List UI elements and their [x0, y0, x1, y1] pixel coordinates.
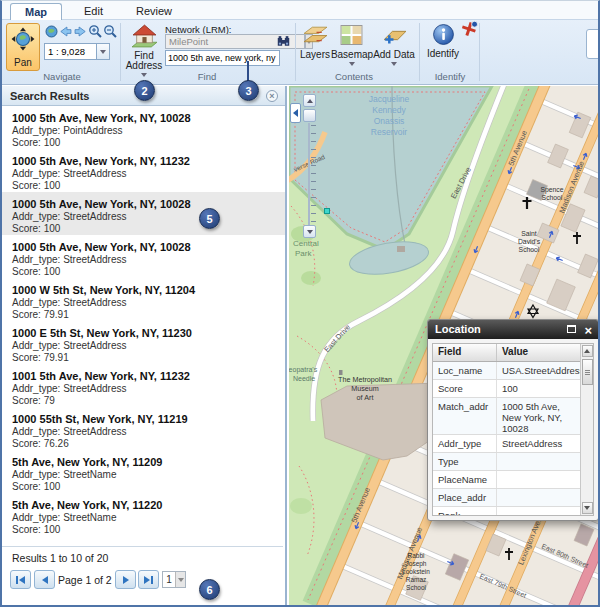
chevron-down-icon [391, 62, 397, 66]
map-label-rabbi-school: Ramaz [406, 576, 427, 583]
chevron-down-icon [141, 73, 147, 77]
search-result-item[interactable]: 1000 5th Ave, New York, NY, 10028 Addr_t… [2, 192, 285, 235]
result-addr-type: Addr_type: StreetAddress [12, 426, 275, 438]
map-label-rabbi-school: School [406, 584, 426, 591]
panel-collapse-button[interactable] [290, 103, 301, 123]
search-result-item[interactable]: 1000 5th Ave, New York, NY, 10028 Addr_t… [2, 235, 285, 278]
result-score: Score: 100 [12, 223, 275, 235]
popup-scrollbar[interactable] [580, 344, 593, 515]
search-result-item[interactable]: 1000 5th Ave, New York, NY, 10028 Addr_t… [2, 106, 285, 149]
add-data-label: Add Data [373, 50, 415, 60]
next-page-icon [123, 576, 129, 584]
scrollbar-thumb[interactable] [582, 359, 593, 385]
map-label-rabbi-school: Rabbi [408, 552, 425, 559]
search-result-item[interactable]: 5th Ave, New York, NY, 11209 Addr_type: … [2, 450, 285, 493]
zoom-out-icon[interactable] [103, 24, 118, 39]
identify-button[interactable]: Identify [425, 23, 461, 59]
attribute-value [497, 507, 580, 515]
attribute-value: 100 [497, 380, 580, 397]
result-title: 1000 5th Ave, New York, NY, 10028 [12, 241, 275, 254]
scale-input[interactable] [44, 43, 96, 60]
search-result-item[interactable]: 1000 55th St, New York, NY, 11219 Addr_t… [2, 407, 285, 450]
find-address-label: Find Address [124, 51, 164, 71]
scroll-down-button[interactable] [582, 502, 593, 514]
previous-page-button[interactable] [34, 570, 55, 589]
identify-group-label: Identify [410, 71, 490, 82]
attribute-row: Addr_type StreetAddress [433, 435, 580, 453]
navigate-group-label: Navigate [20, 71, 104, 82]
callout-badge-5: 5 [199, 208, 220, 229]
basemap-label: Basemap [331, 50, 373, 60]
attribute-row: Place_addr [433, 489, 580, 507]
search-result-item[interactable]: 5th Ave, New York, NY, 11220 Addr_type: … [2, 493, 285, 536]
add-data-button[interactable]: Add Data [373, 24, 415, 66]
result-addr-type: Addr_type: StreetAddress [12, 254, 275, 266]
map-label-reservoir: Onassis [374, 116, 405, 126]
result-score: Score: 79.91 [12, 352, 275, 364]
callout-badge-2: 2 [134, 80, 155, 101]
chevron-down-icon [584, 506, 590, 510]
address-search-input[interactable] [165, 50, 280, 66]
attribute-value [497, 489, 580, 506]
result-title: 1000 E 5th St, New York, NY, 11230 [12, 327, 275, 340]
first-page-button[interactable] [10, 570, 31, 589]
results-footer: Results 1 to 10 of 20 Page 1 of 2 1 [2, 546, 283, 605]
zoom-slider-down-button[interactable] [303, 225, 316, 238]
search-result-item[interactable]: 1001 5th Ave, New York, NY, 11232 Addr_t… [2, 364, 285, 407]
find-address-button[interactable]: Find Address [124, 23, 164, 77]
full-extent-globe-icon[interactable] [44, 24, 59, 39]
group-separator [479, 23, 480, 81]
identify-tool-icon[interactable] [461, 20, 479, 38]
next-extent-arrow-icon[interactable] [73, 24, 88, 39]
panel-close-icon[interactable]: × [266, 90, 278, 102]
last-page-button[interactable] [138, 570, 159, 589]
clipped-toolbar-button[interactable] [586, 29, 600, 59]
result-title: 5th Ave, New York, NY, 11209 [12, 456, 275, 469]
zoom-slider-up-button[interactable] [303, 94, 316, 107]
tab-edit[interactable]: Edit [70, 3, 117, 20]
attribute-field: Addr_type [433, 435, 497, 452]
locate-binoculars-icon[interactable] [276, 33, 291, 48]
map-label-reservoir: Reservoir [371, 127, 408, 137]
chevron-left-icon [293, 109, 298, 117]
search-result-item[interactable]: 1000 5th Ave, New York, NY, 11232 Addr_t… [2, 149, 285, 192]
zoom-slider-thumb[interactable] [303, 109, 316, 122]
attribute-row: Rank [433, 507, 580, 515]
map-viewport[interactable]: Jacqueline Kennedy Onassis Reservoir Cen… [289, 86, 598, 605]
map-label-met-museum: of Art [357, 393, 374, 402]
layers-button[interactable]: Layers [298, 24, 332, 60]
map-label-saint-davids: Saint [521, 230, 537, 237]
previous-extent-arrow-icon[interactable] [58, 24, 73, 39]
attribute-field: Place_addr [433, 489, 497, 506]
next-page-button[interactable] [115, 570, 136, 589]
group-separator [295, 23, 296, 81]
attribute-value: 1000 5th Ave, New York, NY, 10028 [497, 398, 580, 434]
result-location-marker[interactable] [324, 208, 330, 214]
chevron-down-icon [100, 50, 106, 54]
search-result-item[interactable]: 1000 W 5th St, New York, NY, 11204 Addr_… [2, 278, 285, 321]
result-score: Score: 79 [12, 395, 275, 407]
result-addr-type: Addr_type: StreetName [12, 469, 275, 481]
tab-review[interactable]: Review [122, 3, 186, 20]
chevron-up-icon [307, 99, 313, 103]
results-summary: Results 1 to 10 of 20 [12, 552, 108, 564]
page-select[interactable]: 1 [162, 571, 186, 588]
identify-label: Identify [427, 49, 459, 59]
close-icon[interactable]: × [584, 321, 592, 340]
scroll-up-button[interactable] [582, 345, 593, 357]
map-label-met-museum: Museum [351, 384, 379, 393]
scale-dropdown-button[interactable] [96, 43, 110, 60]
result-addr-type: Addr_type: StreetName [12, 512, 275, 524]
search-result-item[interactable]: 1000 E 5th St, New York, NY, 11230 Addr_… [2, 321, 285, 364]
result-score: Score: 100 [12, 266, 275, 278]
attribute-row: Match_addr 1000 5th Ave, New York, NY, 1… [433, 398, 580, 435]
zoom-in-icon[interactable] [88, 24, 103, 39]
tab-map[interactable]: Map [10, 3, 62, 20]
basemap-button[interactable]: Basemap [332, 24, 372, 66]
attribute-field: Loc_name [433, 362, 497, 379]
find-group-label: Find [162, 71, 252, 82]
pan-button[interactable]: Pan [6, 23, 40, 71]
page-select-dropdown[interactable] [175, 572, 185, 587]
maximize-icon[interactable] [567, 325, 576, 333]
zoom-slider-track[interactable] [303, 123, 317, 225]
